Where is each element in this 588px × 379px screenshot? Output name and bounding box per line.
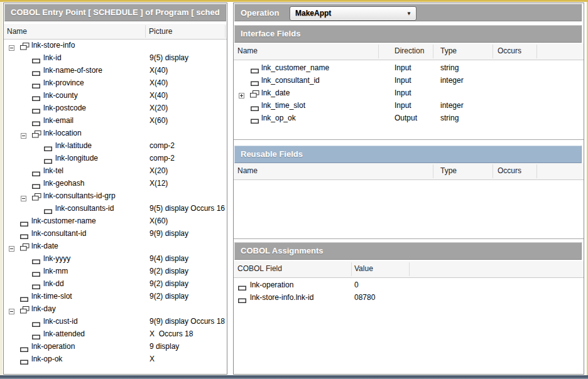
tree-row[interactable]: lnk-dd9(2) display — [4, 277, 226, 290]
left-panel-titlebar: COBOL Entry Point [ SCHEDULE ] of Progra… — [4, 4, 226, 21]
section-divider — [234, 238, 584, 239]
field-name: lnk_customer_name — [261, 61, 329, 74]
column-label-direction[interactable]: Direction — [395, 43, 424, 60]
field-name: lnk-attended — [43, 328, 85, 340]
interface-row[interactable]: lnk_time_slotInputinteger — [234, 99, 583, 112]
field-name: lnk-latitude — [55, 139, 92, 152]
field-picture: 9(2) display — [150, 290, 188, 302]
field-name: lnk-cust-id — [43, 315, 78, 328]
column-separator — [433, 164, 433, 178]
tree-row[interactable]: lnk-customer-nameX(60) — [4, 215, 226, 227]
window-left-edge — [0, 2, 3, 379]
tree-row[interactable]: lnk-store-info — [4, 39, 226, 51]
field-icon — [238, 295, 246, 306]
tree-row[interactable]: lnk-id9(5) display — [4, 51, 226, 64]
tree-row[interactable]: lnk-latitudecomp-2 — [4, 139, 226, 152]
assignment-row[interactable]: lnk-operation0 — [234, 279, 583, 291]
field-name: lnk-dd — [43, 277, 64, 290]
field-name: lnk-store-info — [31, 39, 75, 51]
interface-fields-title: Interface Fields — [241, 29, 300, 38]
field-name: lnk-province — [43, 77, 84, 89]
tree-row[interactable]: lnk-location — [4, 127, 226, 139]
field-picture: X(60) — [150, 114, 168, 127]
interface-row[interactable]: lnk_customer_nameInputstring — [234, 61, 583, 74]
field-name: lnk-county — [43, 89, 78, 102]
tree-row[interactable]: lnk-consultants-id-grp — [4, 190, 226, 202]
field-picture: X(60) — [150, 215, 168, 227]
field-name: lnk-name-of-store — [43, 64, 102, 77]
tree-row[interactable]: lnk-countyX(40) — [4, 89, 226, 102]
column-label-name[interactable]: Name — [237, 163, 258, 179]
interface-fields-titlebar[interactable]: Interface Fields — [234, 25, 582, 43]
field-name: lnk-date — [31, 240, 58, 252]
tree-row[interactable]: lnk-attendedX Occurs 18 — [4, 328, 226, 340]
field-picture: 9 display — [150, 340, 179, 353]
field-direction: Input — [395, 87, 411, 99]
tree-row[interactable]: lnk-op-okX — [4, 353, 226, 365]
column-separator — [225, 25, 226, 38]
tree-row[interactable]: lnk-mm9(2) display — [4, 265, 226, 277]
field-direction: Input — [395, 74, 411, 87]
tree-row[interactable]: lnk-name-of-storeX(40) — [4, 64, 226, 77]
tree-row[interactable]: lnk-longitudecomp-2 — [4, 152, 226, 164]
column-label-type[interactable]: Type — [440, 163, 457, 179]
assignment-field: lnk-store-info.lnk-id — [250, 291, 313, 304]
column-separator — [351, 262, 352, 276]
tree-row[interactable]: lnk-postcodeX(20) — [4, 102, 226, 114]
field-picture: 9(9) display Occurs 18 — [150, 315, 225, 328]
tree-row[interactable]: lnk-cust-id9(9) display Occurs 18 — [4, 315, 226, 328]
tree-row[interactable]: lnk-emailX(60) — [4, 114, 226, 127]
tree-row[interactable]: lnk-consultants-id9(5) display Occurs 16 — [4, 202, 226, 215]
column-separator — [433, 45, 433, 58]
field-name: lnk_time_slot — [261, 99, 305, 112]
tree-row[interactable]: lnk-date — [4, 240, 226, 252]
tree-row[interactable]: lnk-yyyy9(4) display — [4, 252, 226, 265]
field-name: lnk-longitude — [55, 152, 98, 164]
field-name: lnk-day — [31, 302, 56, 315]
field-name: lnk-consultants-id — [55, 202, 114, 215]
tree-row[interactable]: lnk-telX(20) — [4, 164, 226, 177]
cobol-assignments-titlebar[interactable]: COBOL Assignments — [234, 242, 582, 260]
column-label-cobol-field[interactable]: COBOL Field — [237, 261, 282, 277]
column-separator — [493, 164, 493, 178]
column-label-name[interactable]: Name — [237, 43, 258, 60]
field-icon — [251, 115, 259, 127]
field-icon — [20, 356, 28, 368]
field-direction: Output — [395, 112, 417, 124]
column-label-occurs[interactable]: Occurs — [498, 163, 521, 179]
column-label-occurs[interactable]: Occurs — [498, 43, 521, 60]
field-picture: comp-2 — [150, 139, 175, 152]
left-column-header: Name Picture — [4, 24, 227, 40]
window-bottom-edge — [0, 375, 588, 379]
tree-row[interactable]: lnk-provinceX(40) — [4, 77, 226, 89]
tree-row[interactable]: lnk-operation9 display — [4, 340, 226, 353]
field-type: integer — [440, 74, 464, 87]
field-picture: 9(2) display — [150, 277, 188, 290]
interface-row[interactable]: lnk_op_okOutputstring — [234, 112, 583, 124]
field-picture: X — [150, 353, 155, 365]
field-picture: 9(5) display Occurs 16 — [150, 202, 225, 215]
tree-row[interactable]: lnk-time-slot9(2) display — [4, 290, 226, 302]
tree-row[interactable]: lnk-consultant-id9(9) display — [4, 227, 226, 240]
field-direction: Input — [395, 61, 411, 74]
tree-row[interactable]: lnk-geohashX(12) — [4, 177, 226, 190]
column-label-name[interactable]: Name — [7, 24, 27, 39]
field-picture: X(40) — [150, 64, 168, 77]
interface-row[interactable]: lnk_dateInput — [234, 87, 583, 99]
field-name: lnk-customer-name — [31, 215, 96, 227]
field-name: lnk-mm — [43, 265, 68, 277]
operation-label: Operation — [241, 8, 279, 18]
column-label-type[interactable]: Type — [440, 43, 457, 60]
assignment-value: 0 — [354, 279, 359, 291]
interface-row[interactable]: lnk_consultant_idInputinteger — [234, 74, 583, 87]
column-separator — [378, 45, 379, 58]
tree-row[interactable]: lnk-day — [4, 302, 226, 315]
field-name: lnk_consultant_id — [261, 74, 320, 87]
operation-dropdown[interactable]: MakeAppt ▼ — [290, 6, 416, 21]
assignment-row[interactable]: lnk-store-info.lnk-id08780 — [234, 291, 583, 304]
field-name: lnk-consultant-id — [31, 227, 86, 240]
column-label-value[interactable]: Value — [354, 261, 373, 277]
field-name: lnk-consultants-id-grp — [43, 190, 116, 202]
reusable-fields-titlebar[interactable]: Reusable Fields — [234, 146, 582, 163]
column-label-picture[interactable]: Picture — [149, 24, 172, 39]
